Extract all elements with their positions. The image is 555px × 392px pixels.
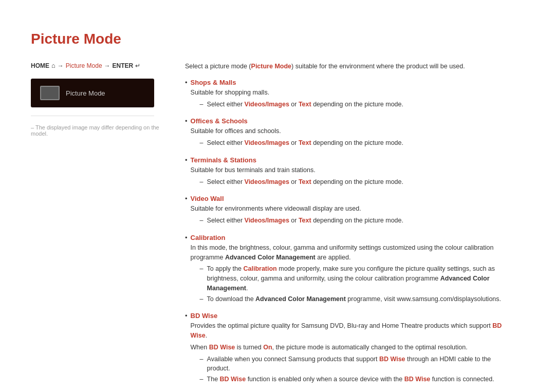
home-icon: ⌂ [51, 62, 55, 69]
list-item: • Shops & Malls Suitable for shopping ma… [185, 79, 514, 110]
section-desc-bdwise1: Provides the optimal picture quality for… [191, 321, 514, 341]
bullet: • [185, 234, 188, 241]
list-item: • Calibration In this mode, the brightne… [185, 234, 514, 305]
note-text: – The displayed image may differ dependi… [31, 124, 164, 137]
breadcrumb-arrow2: → [104, 62, 110, 69]
section-title-shops: Shops & Malls [191, 79, 514, 86]
list-item: • Video Wall Suitable for environments w… [185, 195, 514, 227]
list-item: • Offices & Schools Suitable for offices… [185, 117, 514, 149]
sub-item: To download the Advanced Color Managemen… [200, 294, 514, 304]
device-label: Picture Mode [66, 89, 105, 97]
sub-item: The BD Wise function is enabled only whe… [200, 375, 514, 384]
sub-item: Select either Videos/Images or Text depe… [200, 216, 514, 226]
bullet: • [185, 79, 188, 86]
sub-item: To apply the Calibration mode properly, … [200, 264, 514, 293]
sub-item: Available when you connect Samsung produ… [200, 354, 514, 374]
breadcrumb-link1: Picture Mode [66, 62, 102, 69]
sub-item: Select either Videos/Images or Text depe… [200, 177, 514, 187]
section-desc-calibration: In this mode, the brightness, colour, ga… [191, 243, 514, 263]
section-desc-bdwise2: When BD Wise is turned On, the picture m… [191, 343, 514, 352]
section-title-calibration: Calibration [191, 234, 514, 241]
section-title-terminals: Terminals & Stations [191, 156, 514, 164]
intro-text: Select a picture mode (Picture Mode) sui… [185, 62, 514, 71]
sub-item: Select either Videos/Images or Text depe… [200, 138, 514, 148]
list-item: • BD Wise Provides the optimal picture q… [185, 312, 514, 385]
section-desc-videowall: Suitable for environments where videowal… [191, 204, 514, 214]
section-desc-shops: Suitable for shopping malls. [191, 88, 514, 98]
breadcrumb-enter: ENTER [113, 62, 134, 69]
bullet: • [185, 195, 188, 202]
breadcrumb-arrow1: → [58, 62, 64, 69]
section-desc-offices: Suitable for offices and schools. [191, 126, 514, 136]
section-title-offices: Offices & Schools [191, 117, 514, 125]
device-preview: Picture Mode [31, 79, 154, 107]
list-item: • Terminals & Stations Suitable for bus … [185, 156, 514, 188]
breadcrumb: HOME ⌂ → Picture Mode → ENTER ↵ [31, 62, 164, 69]
device-screen [40, 86, 60, 100]
page-title: Picture Mode [31, 31, 514, 47]
section-list: • Shops & Malls Suitable for shopping ma… [185, 79, 514, 385]
enter-icon: ↵ [135, 62, 140, 69]
bullet: • [185, 312, 188, 320]
section-title-bdwise: BD Wise [191, 312, 514, 320]
divider [31, 116, 154, 116]
sub-item: Select either Videos/Images or Text depe… [200, 100, 514, 109]
section-title-videowall: Video Wall [191, 195, 514, 202]
section-desc-terminals: Suitable for bus terminals and train sta… [191, 165, 514, 175]
bullet: • [185, 156, 188, 164]
bullet: • [185, 117, 188, 125]
home-label: HOME [31, 62, 49, 69]
